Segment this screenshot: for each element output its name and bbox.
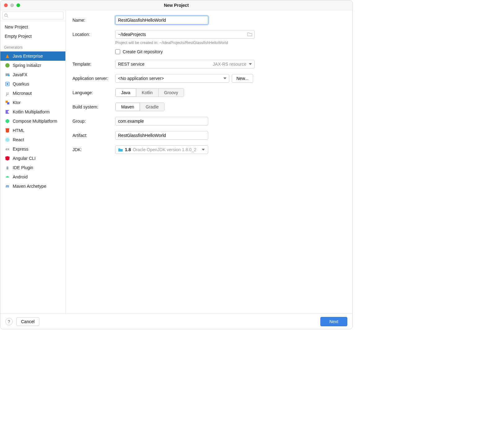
android-icon [5,174,10,180]
create-git-checkbox[interactable]: Create Git repository [115,49,163,54]
sidebar-item-express[interactable]: ex Express [0,144,65,154]
svg-marker-9 [6,119,9,123]
sidebar-item-label: Quarkus [13,81,29,86]
sidebar-item-label: Kotlin Multiplatform [13,109,50,114]
group-label: Group: [73,119,115,124]
sidebar-item-java-enterprise[interactable]: Java Enterprise [0,51,65,61]
language-label: Language: [73,90,115,95]
sidebar-item-label: Angular CLI [13,156,36,161]
language-option-groovy[interactable]: Groovy [159,89,184,97]
javafx-icon [5,72,10,77]
close-window-button[interactable] [4,3,8,7]
minimize-window-button[interactable] [10,3,14,7]
maximize-window-button[interactable] [16,3,20,7]
name-input[interactable] [115,16,208,24]
html-icon [5,128,10,133]
git-checkbox-input[interactable] [115,49,120,54]
help-icon: ? [8,319,10,324]
titlebar: New Project [0,0,352,10]
buildsys-option-maven[interactable]: Maven [116,103,140,111]
sidebar: New Project Empty Project Generators Jav… [0,10,66,314]
sidebar-item-spring-initializr[interactable]: Spring Initializr [0,61,65,70]
svg-rect-8 [7,102,9,104]
sidebar-item-kotlin-multiplatform[interactable]: Kotlin Multiplatform [0,107,65,116]
jdk-label: JDK: [73,147,115,152]
sidebar-item-label: New Project [5,24,28,29]
group-input[interactable] [115,117,208,125]
template-hint: JAX-RS resource [213,62,246,67]
appserver-new-button[interactable]: New... [232,74,253,83]
template-dropdown[interactable]: REST service JAX-RS resource [115,60,255,68]
sidebar-item-ide-plugin[interactable]: IDE Plugin [0,163,65,172]
svg-rect-4 [8,75,10,76]
sidebar-item-label: Spring Initializr [13,63,41,68]
sidebar-item-new-project[interactable]: New Project [0,22,65,32]
sidebar-item-quarkus[interactable]: Quarkus [0,79,65,89]
folder-icon[interactable] [247,32,252,37]
appserver-dropdown[interactable]: <No application server> [115,74,229,83]
buildsys-option-gradle[interactable]: Gradle [140,103,164,111]
sidebar-item-android[interactable]: Android [0,172,65,182]
svg-point-6 [7,83,8,85]
search-icon [4,13,8,18]
sidebar-item-label: Empty Project [5,34,32,39]
java-enterprise-icon [5,53,10,59]
window-controls [4,3,20,7]
sidebar-item-javafx[interactable]: JavaFX [0,70,65,79]
artifact-input[interactable] [115,131,208,140]
sidebar-item-empty-project[interactable]: Empty Project [0,32,65,41]
buildsys-label: Build system: [73,104,115,109]
sidebar-item-micronaut[interactable]: μ Micronaut [0,89,65,98]
svg-point-0 [5,14,7,17]
svg-point-10 [7,139,8,140]
spring-icon [5,63,10,68]
ktor-icon [5,100,10,105]
chevron-down-icon [202,149,205,151]
svg-rect-14 [7,167,8,169]
chevron-down-icon [249,63,252,65]
react-icon [5,137,10,143]
search-input[interactable] [2,11,64,20]
compose-icon [5,118,10,124]
quarkus-icon [5,81,10,87]
sidebar-item-maven-archetype[interactable]: m Maven Archetype [0,182,65,191]
language-option-kotlin[interactable]: Kotlin [136,89,159,97]
sidebar-item-label: Android [13,174,28,179]
name-label: Name: [73,18,115,23]
appserver-label: Application server: [73,76,115,81]
sidebar-item-label: HTML [13,128,24,133]
cancel-button[interactable]: Cancel [16,317,39,326]
chevron-down-icon [223,77,226,79]
template-value: REST service [118,62,144,67]
jdk-desc: Oracle OpenJDK version 1.8.0_2 [133,147,205,152]
template-label: Template: [73,62,115,67]
angular-icon [5,156,10,161]
language-segment: Java Kotlin Groovy [115,88,184,97]
plugin-icon [5,165,10,170]
svg-point-2 [5,63,10,68]
footer: ? Cancel Next [0,314,352,329]
sidebar-item-angular-cli[interactable]: Angular CLI [0,154,65,163]
svg-point-17 [7,177,7,177]
sidebar-item-label: Express [13,147,29,152]
sidebar-item-label: JavaFX [13,72,27,77]
location-input[interactable] [115,30,255,39]
location-hint: Project will be created in: ~/IdeaProjec… [115,41,345,45]
sidebar-item-ktor[interactable]: Ktor [0,98,65,107]
folder-icon [118,148,123,152]
language-option-java[interactable]: Java [116,89,136,97]
sidebar-item-compose-multiplatform[interactable]: Compose Multiplatform [0,116,65,126]
sidebar-item-label: Micronaut [13,91,32,96]
svg-point-18 [8,177,8,177]
help-button[interactable]: ? [5,318,13,325]
kotlin-icon [5,109,10,115]
sidebar-item-label: Compose Multiplatform [13,119,57,124]
svg-line-1 [7,16,8,18]
sidebar-item-html[interactable]: HTML [0,126,65,135]
next-button[interactable]: Next [320,317,347,326]
jdk-dropdown[interactable]: 1.8 Oracle OpenJDK version 1.8.0_2 [115,145,208,154]
sidebar-item-label: IDE Plugin [13,165,33,170]
artifact-label: Artifact: [73,133,115,138]
sidebar-item-label: Ktor [13,100,21,105]
sidebar-item-react[interactable]: React [0,135,65,144]
